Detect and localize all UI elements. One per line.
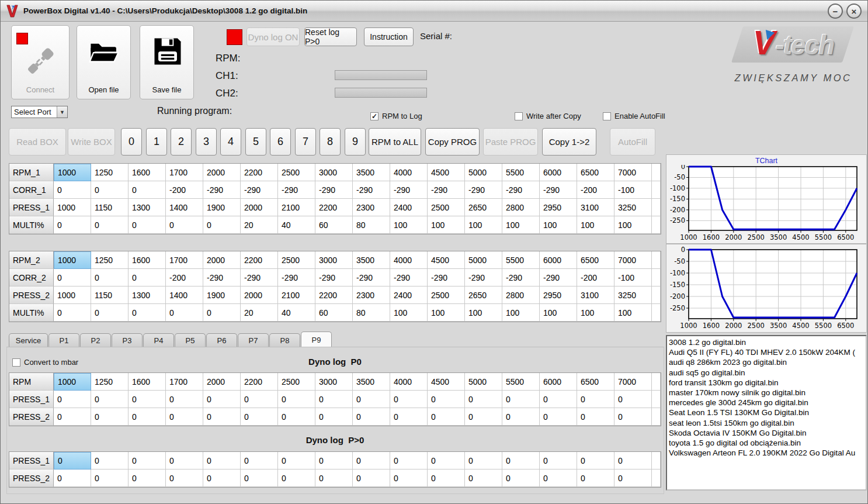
table-cell[interactable]: 0 <box>540 470 577 487</box>
table-cell[interactable]: 4000 <box>390 251 428 269</box>
table-cell[interactable]: 2500 <box>428 286 465 304</box>
table-cell[interactable]: 2400 <box>390 286 428 304</box>
table-cell[interactable]: 6000 <box>540 373 577 391</box>
table-cell[interactable]: 4000 <box>390 164 428 181</box>
table-cell[interactable]: 0 <box>390 391 428 408</box>
table-cell[interactable]: 3500 <box>353 251 390 269</box>
table-cell[interactable]: 0 <box>129 216 166 234</box>
reset-log-button[interactable]: Reset log P>0 <box>304 27 357 46</box>
tab-p4[interactable]: P4 <box>143 333 174 347</box>
table-cell[interactable]: 2000 <box>241 286 278 304</box>
table-cell[interactable]: 60 <box>315 216 353 234</box>
file-list-item[interactable]: Volkswagen Arteon FL 2.0 190KM 2022 Go D… <box>669 448 866 458</box>
table-cell[interactable]: 2950 <box>540 199 577 216</box>
program-button-6[interactable]: 6 <box>270 128 291 156</box>
table-cell[interactable]: 0 <box>54 269 91 286</box>
table-cell[interactable]: 0 <box>241 408 278 426</box>
table-cell[interactable]: 2500 <box>278 251 315 269</box>
file-list-item[interactable]: Skoda Octavia IV 150KM Go Digital.bin <box>669 428 866 438</box>
table-cell[interactable]: -200 <box>166 269 203 286</box>
table-cell[interactable]: 2800 <box>502 199 540 216</box>
program-button-3[interactable]: 3 <box>196 128 217 156</box>
table-cell[interactable]: -290 <box>315 269 353 286</box>
table-cell[interactable]: 2000 <box>203 373 241 391</box>
table-cell[interactable]: 0 <box>278 452 315 470</box>
table-cell[interactable]: 2400 <box>390 199 428 216</box>
instruction-button[interactable]: Instruction <box>364 27 414 46</box>
table-cell[interactable]: 0 <box>315 470 353 487</box>
tab-p5[interactable]: P5 <box>175 333 206 347</box>
program-button-2[interactable]: 2 <box>171 128 192 156</box>
tab-p8[interactable]: P8 <box>269 333 300 347</box>
enable-autofill-checkbox-box[interactable]: ✓ <box>603 112 611 120</box>
table-cell[interactable]: 1700 <box>166 164 203 181</box>
table-cell[interactable]: -290 <box>241 181 278 199</box>
table-cell[interactable]: 4500 <box>428 373 465 391</box>
table-cell[interactable]: 3500 <box>353 373 390 391</box>
table-cell[interactable]: -290 <box>278 181 315 199</box>
table-cell[interactable]: 0 <box>91 269 129 286</box>
table-cell[interactable]: 1250 <box>91 164 129 181</box>
table-cell[interactable]: 1400 <box>166 286 203 304</box>
table-cell[interactable]: 0 <box>315 452 353 470</box>
table-cell[interactable]: 100 <box>577 216 614 234</box>
table-cell[interactable]: 0 <box>353 391 390 408</box>
table-cell[interactable]: 0 <box>315 391 353 408</box>
table-cell[interactable]: 1150 <box>91 199 129 216</box>
table-cell[interactable]: 1300 <box>129 286 166 304</box>
autofill-button[interactable]: AutoFill <box>610 128 655 156</box>
table-cell[interactable]: 2500 <box>278 164 315 181</box>
table-cell[interactable]: 2000 <box>203 251 241 269</box>
file-list-item[interactable]: audi q8 286km 2023 go digital.bin <box>669 357 866 367</box>
table-cell[interactable]: 0 <box>390 452 428 470</box>
table-cell[interactable]: 3000 <box>315 251 353 269</box>
table-cell[interactable]: 0 <box>166 408 203 426</box>
table-cell[interactable]: 0 <box>465 408 502 426</box>
table-cell[interactable]: -100 <box>614 269 652 286</box>
table-cell[interactable]: 0 <box>540 452 577 470</box>
write-after-copy-checkbox[interactable]: ✓ Write after Copy <box>515 112 581 120</box>
table-cell[interactable]: 100 <box>428 216 465 234</box>
table-cell[interactable]: -290 <box>465 181 502 199</box>
table-cell[interactable]: 2200 <box>315 199 353 216</box>
table-cell[interactable]: 3000 <box>315 164 353 181</box>
copy-1-2-button[interactable]: Copy 1->2 <box>542 128 596 156</box>
rpm-to-all-button[interactable]: RPM to ALL <box>369 128 421 156</box>
read-box-button[interactable]: Read BOX <box>9 128 66 156</box>
table-cell[interactable]: 6500 <box>577 373 614 391</box>
table-cell[interactable]: -290 <box>428 269 465 286</box>
file-list-item[interactable]: 3008 1.2 go digital.bin <box>669 337 866 347</box>
table-cell[interactable]: 0 <box>465 470 502 487</box>
table-cell[interactable]: 1250 <box>91 373 129 391</box>
program-button-7[interactable]: 7 <box>295 128 316 156</box>
table-cell[interactable]: 0 <box>203 470 241 487</box>
table-cell[interactable]: 6500 <box>577 251 614 269</box>
table-cell[interactable]: 2500 <box>278 373 315 391</box>
table-cell[interactable]: 100 <box>577 304 614 322</box>
table-cell[interactable]: 0 <box>91 216 129 234</box>
table-cell[interactable]: 0 <box>91 408 129 426</box>
table-cell[interactable]: 0 <box>203 304 241 322</box>
table-cell[interactable]: 0 <box>540 391 577 408</box>
copy-prog-button[interactable]: Copy PROG <box>425 128 480 156</box>
table-cell[interactable]: 7000 <box>614 251 652 269</box>
table-cell[interactable]: 3100 <box>577 286 614 304</box>
write-box-button[interactable]: Write BOX <box>68 128 115 156</box>
table-cell[interactable]: 0 <box>241 391 278 408</box>
table-cell[interactable]: 0 <box>54 216 91 234</box>
table-cell[interactable]: 4000 <box>390 373 428 391</box>
table-cell[interactable]: 3500 <box>353 164 390 181</box>
table-cell[interactable]: 0 <box>614 391 652 408</box>
tab-p2[interactable]: P2 <box>80 333 111 347</box>
table-cell[interactable]: 0 <box>241 470 278 487</box>
tab-p3[interactable]: P3 <box>112 333 143 347</box>
table-cell[interactable]: 0 <box>91 304 129 322</box>
table-cell[interactable]: 100 <box>614 216 652 234</box>
table-cell[interactable]: 2100 <box>278 199 315 216</box>
open-file-button[interactable]: Open file <box>77 25 131 99</box>
table-cell[interactable]: 0 <box>166 452 203 470</box>
table-cell[interactable]: 0 <box>614 408 652 426</box>
table-cell[interactable]: 0 <box>577 391 614 408</box>
table-cell[interactable]: 0 <box>428 452 465 470</box>
table-cell[interactable]: 2650 <box>465 199 502 216</box>
